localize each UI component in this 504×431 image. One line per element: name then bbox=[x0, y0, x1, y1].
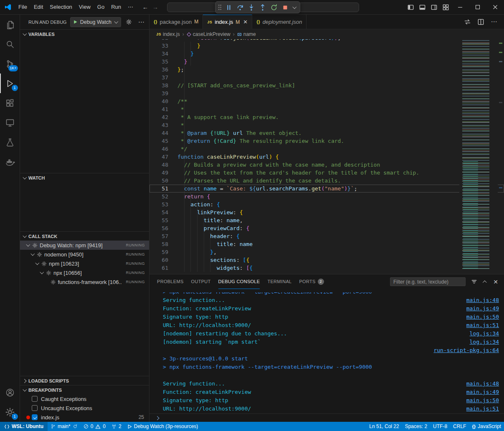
git-branch-item[interactable]: main* bbox=[48, 422, 81, 431]
breadcrumb-file[interactable]: JSindex.js bbox=[156, 31, 180, 37]
tab-deployment-json[interactable]: {} deployment.json bbox=[252, 15, 306, 29]
menu-run[interactable]: Run bbox=[108, 4, 124, 10]
customize-layout-icon[interactable] bbox=[440, 1, 451, 13]
debug-status-item[interactable]: Debug Watch (3p-resources) bbox=[124, 422, 201, 431]
step-out-button[interactable] bbox=[258, 3, 268, 13]
activity-testing[interactable] bbox=[0, 132, 20, 152]
toggle-panel-icon[interactable] bbox=[416, 1, 428, 13]
cursor-position-item[interactable]: Ln 51, Col 22 bbox=[366, 422, 402, 431]
language-mode-item[interactable]: {}JavaScript bbox=[469, 422, 504, 431]
section-call-stack[interactable]: CALL STACK bbox=[20, 231, 149, 241]
editor-line[interactable]: 57 header: { bbox=[149, 232, 504, 240]
views-more-actions-icon[interactable]: ⋯ bbox=[137, 18, 146, 27]
editor-line[interactable]: 36}; bbox=[149, 66, 504, 74]
activity-source-control[interactable]: 1K+ bbox=[0, 54, 20, 74]
overview-ruler[interactable] bbox=[498, 39, 504, 274]
activity-run-and-debug[interactable]: 1 bbox=[0, 74, 20, 93]
encoding-item[interactable]: UTF-8 bbox=[430, 422, 450, 431]
panel-tab-problems[interactable]: PROBLEMS bbox=[157, 274, 184, 289]
minimap[interactable] bbox=[459, 39, 498, 274]
menu-selection[interactable]: Selection bbox=[46, 4, 75, 10]
editor-line[interactable]: 56 previewCard: { bbox=[149, 224, 504, 232]
maximize-button[interactable] bbox=[469, 0, 486, 15]
editor-line[interactable]: 44 * @param {!URL} url The event object. bbox=[149, 129, 504, 137]
console-source-link[interactable]: main.js:50 bbox=[466, 313, 499, 321]
console-source-link[interactable]: run-script-pkg.js:64 bbox=[433, 346, 499, 355]
tab-index-js[interactable]: JS index.js M ✕ bbox=[203, 15, 252, 29]
editor-line[interactable]: 38// [START add_ons_case_preview_link] bbox=[149, 81, 504, 89]
editor-line[interactable]: 50 // Parses the URL and identify the ca… bbox=[149, 177, 504, 185]
activity-search[interactable] bbox=[0, 34, 20, 54]
console-source-link[interactable]: main.js:49 bbox=[466, 304, 499, 313]
editor-line[interactable]: 42 * A support case link preview. bbox=[149, 113, 504, 121]
section-loaded-scripts[interactable]: LOADED SCRIPTS bbox=[20, 376, 149, 385]
debug-session-dropdown[interactable] bbox=[291, 3, 297, 13]
editor-line[interactable]: 47function caseLinkPreview(url) { bbox=[149, 153, 504, 161]
panel-tab-output[interactable]: OUTPUT bbox=[191, 274, 211, 289]
activity-docker[interactable] bbox=[0, 152, 20, 172]
step-over-button[interactable] bbox=[235, 3, 245, 13]
toggle-sidebar-icon[interactable] bbox=[405, 1, 416, 13]
close-button[interactable] bbox=[486, 0, 504, 15]
breakpoint-checkbox[interactable] bbox=[32, 414, 38, 420]
open-launch-json-icon[interactable] bbox=[124, 18, 134, 27]
activity-extensions[interactable] bbox=[0, 93, 20, 113]
editor-line[interactable]: 37 bbox=[149, 74, 504, 81]
start-debug-icon[interactable] bbox=[73, 20, 78, 24]
restart-button[interactable] bbox=[269, 3, 279, 13]
editor-line[interactable]: 58 title: name bbox=[149, 240, 504, 248]
ports-item[interactable]: 2 bbox=[109, 422, 124, 431]
section-watch[interactable]: WATCH bbox=[20, 173, 149, 182]
debug-console-input[interactable] bbox=[149, 413, 504, 422]
menu-file[interactable]: File bbox=[15, 4, 30, 10]
editor-line[interactable]: 41 * bbox=[149, 105, 504, 113]
call-stack-row[interactable]: nodemon [9450]RUNNING bbox=[20, 250, 149, 259]
panel-tab-terminal[interactable]: TERMINAL bbox=[267, 274, 291, 289]
step-into-button[interactable] bbox=[246, 3, 256, 13]
section-breakpoints[interactable]: BREAKPOINTS bbox=[20, 385, 149, 394]
nav-back-icon[interactable]: ← bbox=[142, 4, 148, 10]
menu-view[interactable]: View bbox=[76, 4, 94, 10]
filter-lines-icon[interactable] bbox=[469, 277, 479, 287]
console-source-link[interactable]: main.js:48 bbox=[466, 296, 499, 304]
editor-line[interactable]: 43 * bbox=[149, 121, 504, 129]
split-editor-icon[interactable] bbox=[476, 17, 486, 27]
call-stack-row[interactable]: npx [10656]RUNNING bbox=[20, 268, 149, 277]
editor-line[interactable]: 40/** bbox=[149, 97, 504, 105]
panel-tab-debug-console[interactable]: DEBUG CONSOLE bbox=[218, 274, 260, 289]
activity-accounts[interactable] bbox=[0, 383, 20, 402]
console-source-link[interactable]: log.js:34 bbox=[470, 338, 499, 346]
editor-line[interactable]: 45 * @return {!Card} The resulting previ… bbox=[149, 137, 504, 145]
activity-settings[interactable]: 1 bbox=[0, 402, 20, 422]
call-stack-row[interactable]: npm [10623]RUNNING bbox=[20, 259, 149, 268]
remote-indicator[interactable]: WSL: Ubuntu bbox=[0, 422, 48, 431]
editor-line[interactable]: 54 linkPreview: { bbox=[149, 208, 504, 216]
close-tab-icon[interactable]: ✕ bbox=[243, 19, 248, 25]
indentation-item[interactable]: Spaces: 2 bbox=[402, 422, 430, 431]
editor-line[interactable]: 39 bbox=[149, 89, 504, 97]
editor-line[interactable]: 55 title: name, bbox=[149, 216, 504, 224]
editor-line[interactable]: 60 sections: [{ bbox=[149, 256, 504, 264]
console-filter-input[interactable] bbox=[390, 277, 466, 286]
editor-line[interactable]: 48 // Builds a preview card with the cas… bbox=[149, 161, 504, 169]
breakpoint-row[interactable]: Caught Exceptions bbox=[20, 394, 149, 403]
breadcrumb-member[interactable]: name bbox=[237, 31, 256, 37]
stop-button[interactable] bbox=[280, 3, 290, 13]
eol-item[interactable]: CRLF bbox=[450, 422, 469, 431]
console-source-link[interactable]: main.js:51 bbox=[466, 321, 499, 330]
editor-line[interactable]: 34 } bbox=[149, 50, 504, 58]
breakpoint-row[interactable]: index.js25 bbox=[20, 413, 149, 422]
activity-explorer[interactable] bbox=[0, 15, 20, 34]
editor-line[interactable]: 61 widgets: [{ bbox=[149, 264, 504, 272]
console-source-link[interactable]: main.js:50 bbox=[466, 396, 499, 405]
open-changes-icon[interactable] bbox=[462, 17, 472, 27]
console-source-link[interactable]: main.js:48 bbox=[466, 380, 499, 388]
launch-config-select[interactable]: Debug Watch bbox=[70, 17, 121, 27]
call-stack-row[interactable]: Debug Watch: npm [9419]RUNNING bbox=[20, 241, 149, 250]
console-source-link[interactable]: main.js:51 bbox=[466, 405, 499, 413]
section-variables[interactable]: VARIABLES bbox=[20, 29, 149, 38]
drag-handle-icon[interactable] bbox=[218, 4, 222, 10]
breadcrumb-symbol[interactable]: caseLinkPreview bbox=[187, 31, 230, 37]
editor-line[interactable]: 49 // Uses the text from the card's head… bbox=[149, 169, 504, 177]
maximize-panel-icon[interactable] bbox=[480, 277, 490, 287]
